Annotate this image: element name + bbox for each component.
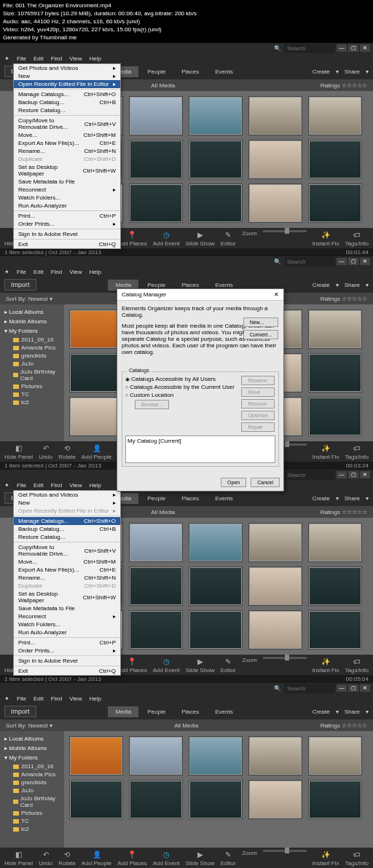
folder-item[interactable]: Amanda Pics xyxy=(3,344,61,352)
thumbnail[interactable] xyxy=(249,141,302,178)
cancel-button[interactable]: Cancel xyxy=(251,478,280,487)
tool-editor[interactable]: ✎Editor xyxy=(221,230,236,247)
dialog-title: Catalog Manager xyxy=(122,291,166,298)
open-button[interactable]: Open xyxy=(221,478,246,487)
folder-item[interactable]: tc2 xyxy=(3,398,61,406)
elements-icon[interactable]: ✦ xyxy=(4,55,9,62)
tab-events[interactable]: Events xyxy=(208,66,240,77)
tool-add-places[interactable]: 📍Add Places xyxy=(117,230,146,247)
dd-copymove[interactable]: Copy/Move to Removable Drive...Ctrl+Shif… xyxy=(14,117,120,131)
folder-item[interactable]: Pictures xyxy=(3,382,61,390)
sidebar-mobile-albums[interactable]: ▸ Mobile Albums xyxy=(3,317,61,326)
dd-duplicate[interactable]: DuplicateCtrl+Shift+D xyxy=(14,155,120,163)
maximize-icon[interactable]: ▢ xyxy=(348,258,358,265)
dd-backup-catalog[interactable]: Backup Catalog...Ctrl+B xyxy=(14,98,120,106)
menu-find[interactable]: Find xyxy=(51,55,63,62)
search-input[interactable] xyxy=(284,44,335,53)
optimize-button[interactable]: Optimize xyxy=(241,411,275,420)
tab-places[interactable]: Places xyxy=(174,66,206,77)
import-button[interactable]: Import xyxy=(4,279,36,291)
thumbnail[interactable] xyxy=(249,184,302,222)
dd-new[interactable]: New▸ xyxy=(14,72,120,80)
sidebar: ▸ Local Albums ▸ Mobile Albums ▾ My Fold… xyxy=(0,304,64,441)
dd-move[interactable]: Move...Ctrl+Shift+M xyxy=(14,131,120,139)
thumbnail[interactable] xyxy=(309,184,361,222)
thumbnail[interactable] xyxy=(309,354,361,392)
new-catalog-button[interactable]: New... xyxy=(243,317,278,327)
create-button[interactable]: Create xyxy=(313,68,330,75)
dd-order-prints[interactable]: Order Prints...▸ xyxy=(14,220,120,228)
tool-instant-fix[interactable]: ✨Instant Fix xyxy=(313,230,339,247)
folder-item[interactable]: grandkids xyxy=(3,352,61,360)
tag-icon: 🏷 xyxy=(352,230,362,240)
dd-exit[interactable]: ExitCtrl+Q xyxy=(14,240,120,248)
search-input[interactable] xyxy=(284,257,335,267)
catalog-list[interactable]: My Catalog [Current] xyxy=(125,435,275,463)
dd-export[interactable]: Export As New File(s)...Ctrl+E xyxy=(14,139,120,147)
close-icon[interactable]: ✕ xyxy=(360,44,370,52)
dd-open-recent[interactable]: Open Recently Edited File in Editor▸ xyxy=(14,80,120,88)
radio-current-user[interactable]: ○ Catalogs Accessible by the Current Use… xyxy=(125,383,240,391)
dd-manage-catalogs[interactable]: Manage Catalogs...Ctrl+Shift+O xyxy=(14,90,120,98)
slideshow-icon: ▶ xyxy=(195,230,205,240)
browse-button[interactable]: Browse... xyxy=(135,400,169,409)
menu-help[interactable]: Help xyxy=(89,55,101,62)
minimize-icon[interactable]: — xyxy=(337,44,347,52)
thumbnail[interactable] xyxy=(309,97,361,135)
folder-item[interactable]: 2011_09_16 xyxy=(3,336,61,344)
titlebar: 🔍 — ▢ ✕ xyxy=(0,43,373,53)
move-button[interactable]: Move xyxy=(241,387,275,397)
radio-custom[interactable]: ○ Custom Location xyxy=(125,391,240,399)
thumbnail[interactable] xyxy=(309,398,361,435)
dd-rename[interactable]: Rename...Ctrl+Shift+N xyxy=(14,147,120,155)
sidebar-my-folders[interactable]: ▾ My Folders xyxy=(3,326,61,336)
convert-button[interactable]: Convert... xyxy=(243,330,278,339)
thumbnail[interactable] xyxy=(189,97,242,135)
folder-icon xyxy=(13,354,19,358)
dd-restore-catalog[interactable]: Restore Catalog... xyxy=(14,106,120,114)
remove-button[interactable]: Remove xyxy=(241,399,275,409)
thumbnail[interactable] xyxy=(70,398,122,435)
menu-edit[interactable]: Edit xyxy=(34,55,44,62)
sidebar-local-albums[interactable]: ▸ Local Albums xyxy=(3,307,61,317)
share-button[interactable]: Share xyxy=(345,68,360,75)
dd-get-photos[interactable]: Get Photos and Videos▸ xyxy=(14,64,120,72)
menu-file[interactable]: File xyxy=(17,55,26,62)
repair-button[interactable]: Repair xyxy=(241,422,275,432)
thumbnail[interactable] xyxy=(249,97,302,135)
rename-button[interactable]: Rename xyxy=(241,376,275,385)
maximize-icon[interactable]: ▢ xyxy=(348,44,358,52)
dd-watch-folders[interactable]: Watch Folders... xyxy=(14,194,120,202)
zoom-slider[interactable] xyxy=(263,230,307,232)
thumbnail[interactable] xyxy=(70,354,122,392)
dd-manage-catalogs[interactable]: Manage Catalogs...Ctrl+Shift+O xyxy=(14,517,120,525)
menu-view[interactable]: View xyxy=(69,55,82,62)
tab-people[interactable]: People xyxy=(140,66,173,77)
thumbnail[interactable] xyxy=(130,184,182,222)
dialog-close-icon[interactable]: ✕ xyxy=(274,291,279,298)
close-icon[interactable]: ✕ xyxy=(360,258,370,265)
dd-wallpaper[interactable]: Set as Desktop WallpaperCtrl+Shift+W xyxy=(14,163,120,178)
tool-slideshow[interactable]: ▶Slide Show xyxy=(186,230,215,247)
dd-reconnect[interactable]: Reconnect▸ xyxy=(14,186,120,194)
dd-savemeta[interactable]: Save Metadata to File xyxy=(14,178,120,186)
folder-item[interactable]: JoJo xyxy=(3,360,61,368)
thumbnail[interactable] xyxy=(70,310,122,348)
dd-print[interactable]: Print...Ctrl+P xyxy=(14,212,120,220)
thumbnail[interactable] xyxy=(130,97,182,135)
minimize-icon[interactable]: — xyxy=(337,258,347,265)
file-menu-dropdown: Get Photos and Videos▸ New▸ Open Recentl… xyxy=(13,490,121,676)
thumbnail[interactable] xyxy=(309,141,361,178)
thumbnail[interactable] xyxy=(189,141,242,178)
tool-add-event[interactable]: ◷Add Event xyxy=(153,230,180,247)
thumbnail[interactable] xyxy=(130,141,182,178)
dd-signin[interactable]: Sign In to Adobe Revel xyxy=(14,230,120,238)
radio-all-users[interactable]: ◉ Catalogs Accessible by All Users xyxy=(125,375,240,383)
tool-tags-info[interactable]: 🏷Tags/Info xyxy=(345,230,369,247)
thumbnail[interactable] xyxy=(189,184,242,222)
folder-item[interactable]: JoJo Birthday Card xyxy=(3,368,61,382)
dd-auto-analyzer[interactable]: Run Auto-Analyzer xyxy=(14,202,120,210)
folder-item[interactable]: TC xyxy=(3,390,61,398)
elements-icon[interactable]: ✦ xyxy=(4,269,9,275)
thumbnail[interactable] xyxy=(309,310,361,348)
